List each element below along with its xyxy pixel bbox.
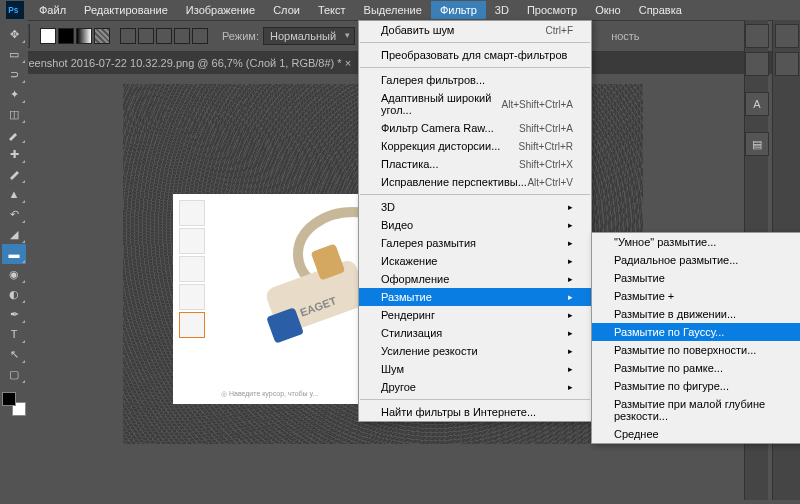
menu-item-last-filter[interactable]: Добавить шумCtrl+F xyxy=(359,21,591,39)
shape-tool[interactable]: ▢ xyxy=(2,364,26,384)
menu-separator xyxy=(360,399,590,400)
menu-text[interactable]: Текст xyxy=(309,1,355,19)
submenu-item-smart-blur[interactable]: "Умное" размытие... xyxy=(592,233,800,251)
magic-wand-tool[interactable]: ✦ xyxy=(2,84,26,104)
thumbnail[interactable] xyxy=(179,256,205,282)
marquee-tool[interactable]: ▭ xyxy=(2,44,26,64)
dodge-tool[interactable]: ◐ xyxy=(2,284,26,304)
menu-sub-blur-gallery[interactable]: Галерея размытия▸ xyxy=(359,234,591,252)
mode-label: Режим: xyxy=(222,30,259,42)
gradient-type-1[interactable] xyxy=(120,28,136,44)
menu-filter[interactable]: Фильтр xyxy=(431,1,486,19)
submenu-item-shape-blur[interactable]: Размытие по фигуре... xyxy=(592,377,800,395)
menu-file[interactable]: Файл xyxy=(30,1,75,19)
menu-help[interactable]: Справка xyxy=(630,1,691,19)
fill-swatches xyxy=(40,28,110,44)
menu-image[interactable]: Изображение xyxy=(177,1,264,19)
foreground-color-swatch[interactable] xyxy=(2,392,16,406)
panel-icon-channels[interactable] xyxy=(775,52,799,76)
healing-tool[interactable]: ✚ xyxy=(2,144,26,164)
submenu-item-average[interactable]: Среднее xyxy=(592,425,800,443)
menu-sub-blur[interactable]: Размытие▸ xyxy=(359,288,591,306)
menu-sub-sharpen[interactable]: Усиление резкости▸ xyxy=(359,342,591,360)
pen-tool[interactable]: ✒ xyxy=(2,304,26,324)
gradient-type-3[interactable] xyxy=(156,28,172,44)
move-tool[interactable]: ✥ xyxy=(2,24,26,44)
gradient-tool[interactable]: ▬ xyxy=(2,244,26,264)
gradient-type-2[interactable] xyxy=(138,28,154,44)
menu-separator xyxy=(360,67,590,68)
gradient-type-5[interactable] xyxy=(192,28,208,44)
stamp-tool[interactable]: ▲ xyxy=(2,184,26,204)
menu-sub-stylize[interactable]: Стилизация▸ xyxy=(359,324,591,342)
menu-item-vanishing-point[interactable]: Исправление перспективы...Alt+Ctrl+V xyxy=(359,173,591,191)
submenu-item-surface-blur[interactable]: Размытие по поверхности... xyxy=(592,341,800,359)
hover-hint: ◎ Наведите курсор, чтобы у... xyxy=(221,390,318,398)
submenu-item-motion-blur[interactable]: Размытие в движении... xyxy=(592,305,800,323)
menu-item-browse-filters[interactable]: Найти фильтры в Интернете... xyxy=(359,403,591,421)
filter-menu-dropdown: Добавить шумCtrl+F Преобразовать для сма… xyxy=(358,20,592,422)
path-select-tool[interactable]: ↖ xyxy=(2,344,26,364)
submenu-item-radial-blur[interactable]: Радиальное размытие... xyxy=(592,251,800,269)
gradient-type-4[interactable] xyxy=(174,28,190,44)
menu-edit[interactable]: Редактирование xyxy=(75,1,177,19)
thumbnail-list xyxy=(179,200,205,338)
menu-item-liquify[interactable]: Пластика...Shift+Ctrl+X xyxy=(359,155,591,173)
menu-layers[interactable]: Слои xyxy=(264,1,309,19)
svg-text:Ps: Ps xyxy=(8,6,19,15)
menu-sub-noise[interactable]: Шум▸ xyxy=(359,360,591,378)
submenu-item-gaussian-blur[interactable]: Размытие по Гауссу... xyxy=(592,323,800,341)
menu-window[interactable]: Окно xyxy=(586,1,630,19)
menu-sub-other[interactable]: Другое▸ xyxy=(359,378,591,396)
panel-icon-color[interactable] xyxy=(745,24,769,48)
menu-separator xyxy=(360,194,590,195)
submenu-item-box-blur[interactable]: Размытие по рамке... xyxy=(592,359,800,377)
submenu-item-lens-blur[interactable]: Размытие при малой глубине резкости... xyxy=(592,395,800,425)
crop-tool[interactable]: ◫ xyxy=(2,104,26,124)
fill-foreground-swatch[interactable] xyxy=(40,28,56,44)
fill-gradient-swatch[interactable] xyxy=(76,28,92,44)
menubar: Ps Файл Редактирование Изображение Слои … xyxy=(0,0,800,20)
menu-select[interactable]: Выделение xyxy=(355,1,431,19)
history-brush-tool[interactable]: ↶ xyxy=(2,204,26,224)
mode-select[interactable]: Нормальный xyxy=(263,27,355,45)
menu-separator xyxy=(360,42,590,43)
blur-submenu: "Умное" размытие... Радиальное размытие.… xyxy=(591,232,800,444)
eyedropper-tool[interactable] xyxy=(2,124,26,144)
panel-icon-swatches[interactable] xyxy=(745,52,769,76)
menu-item-filter-gallery[interactable]: Галерея фильтров... xyxy=(359,71,591,89)
thumbnail[interactable] xyxy=(179,284,205,310)
opacity-label-partial: ность xyxy=(611,30,639,42)
menu-sub-pixelate[interactable]: Оформление▸ xyxy=(359,270,591,288)
thumbnail-selected[interactable] xyxy=(179,312,205,338)
menu-3d[interactable]: 3D xyxy=(486,1,518,19)
brush-tool[interactable] xyxy=(2,164,26,184)
menu-sub-render[interactable]: Рендеринг▸ xyxy=(359,306,591,324)
type-tool[interactable]: T xyxy=(2,324,26,344)
menu-item-adaptive-wide[interactable]: Адаптивный широкий угол...Alt+Shift+Ctrl… xyxy=(359,89,591,119)
toolbox: ✥ ▭ ⊃ ✦ ◫ ✚ ▲ ↶ ◢ ▬ ◉ ◐ ✒ T ↖ ▢ xyxy=(0,20,28,420)
menu-item-camera-raw[interactable]: Фильтр Camera Raw...Shift+Ctrl+A xyxy=(359,119,591,137)
menu-sub-3d[interactable]: 3D▸ xyxy=(359,198,591,216)
document-tab[interactable]: Screenshot 2016-07-22 10.32.29.png @ 66,… xyxy=(6,54,357,72)
color-picker[interactable] xyxy=(2,392,26,416)
blur-tool[interactable]: ◉ xyxy=(2,264,26,284)
submenu-item-blur-more[interactable]: Размытие + xyxy=(592,287,800,305)
fill-background-swatch[interactable] xyxy=(58,28,74,44)
menu-item-lens-correction[interactable]: Коррекция дисторсии...Shift+Ctrl+R xyxy=(359,137,591,155)
menu-item-smart-filters[interactable]: Преобразовать для смарт-фильтров xyxy=(359,46,591,64)
eraser-tool[interactable]: ◢ xyxy=(2,224,26,244)
lasso-tool[interactable]: ⊃ xyxy=(2,64,26,84)
panel-icon-layers[interactable] xyxy=(775,24,799,48)
fill-pattern-swatch[interactable] xyxy=(94,28,110,44)
submenu-item-blur[interactable]: Размытие xyxy=(592,269,800,287)
close-tab-icon[interactable]: × xyxy=(345,57,351,69)
menu-sub-video[interactable]: Видео▸ xyxy=(359,216,591,234)
thumbnail[interactable] xyxy=(179,200,205,226)
menu-sub-distort[interactable]: Искажение▸ xyxy=(359,252,591,270)
thumbnail[interactable] xyxy=(179,228,205,254)
photoshop-logo-icon: Ps xyxy=(4,1,26,19)
menu-view[interactable]: Просмотр xyxy=(518,1,586,19)
